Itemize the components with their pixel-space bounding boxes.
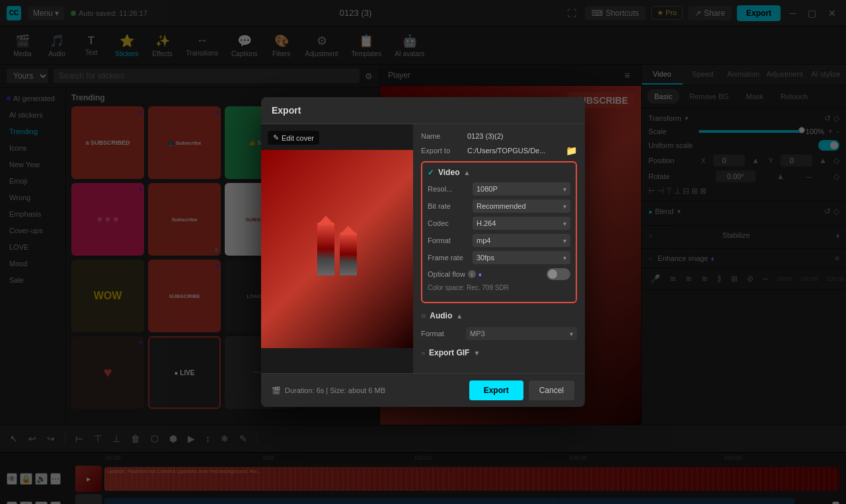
export-to-label: Export to: [421, 147, 467, 155]
audio-format-select[interactable]: MP3 AAC WAV: [466, 327, 577, 340]
format-row: Format mp4 mov avi: [428, 234, 570, 247]
codec-select[interactable]: H.264 H.265 ProRes: [473, 217, 570, 230]
dialog-body: ✎ Edit cover Name 0123 (3)(2) Export to …: [261, 124, 585, 373]
resolution-label: Resol...: [428, 185, 467, 193]
optical-flow-toggle[interactable]: [547, 268, 570, 280]
film-icon: 🎬: [272, 386, 281, 395]
optical-flow-label: Optical flow i ♦: [428, 270, 482, 278]
dialog-header: Export: [261, 97, 585, 124]
folder-browse-button[interactable]: 📁: [566, 145, 577, 156]
edit-cover-button[interactable]: ✎ Edit cover: [268, 131, 319, 145]
codec-select-wrapper: H.264 H.265 ProRes: [473, 217, 570, 230]
optical-flow-row: Optical flow i ♦: [428, 268, 570, 280]
bitrate-label: Bit rate: [428, 202, 467, 210]
video-section-header: ✓ Video ▲: [428, 168, 570, 177]
codec-row: Codec H.264 H.265 ProRes: [428, 217, 570, 230]
color-space-label: Color space: Rec. 709 SDR: [428, 284, 570, 291]
audio-format-select-wrapper: MP3 AAC WAV: [466, 327, 577, 340]
audio-section-arrow[interactable]: ▲: [456, 312, 463, 320]
export-dialog-overlay: Export ✎ Edit cover Nam: [0, 0, 846, 504]
resolution-select-wrapper: 1080P 720P 2K 4K: [473, 182, 570, 196]
framerate-label: Frame rate: [428, 254, 467, 262]
video-section: ✓ Video ▲ Resol... 1080P 720P 2K 4K: [421, 161, 577, 303]
framerate-row: Frame rate 30fps 24fps 25fps 60fps: [428, 251, 570, 264]
export-gif-check-icon: ○: [421, 349, 425, 357]
audio-format-row: Format MP3 AAC WAV: [421, 327, 577, 340]
edit-icon: ✎: [273, 133, 279, 142]
duration-info: 🎬 Duration: 6s | Size: about 6 MB: [272, 386, 385, 395]
format-label: Format: [428, 236, 467, 244]
cancel-button[interactable]: Cancel: [529, 380, 574, 400]
name-row: Name 0123 (3)(2): [421, 132, 577, 140]
duration-text: Duration: 6s | Size: about 6 MB: [285, 386, 385, 394]
format-select[interactable]: mp4 mov avi: [473, 234, 570, 247]
resolution-select[interactable]: 1080P 720P 2K 4K: [473, 182, 570, 196]
preview-lip-1: [317, 223, 334, 275]
resolution-row: Resol... 1080P 720P 2K 4K: [428, 182, 570, 196]
name-label: Name: [421, 132, 467, 140]
video-section-arrow[interactable]: ▲: [463, 169, 470, 176]
export-to-row: Export to C:/Users/TOPGUS/De... 📁: [421, 145, 577, 156]
audio-format-label: Format: [421, 330, 461, 338]
export-gif-header: ○ Export GIF ▼: [421, 345, 577, 360]
name-value: 0123 (3)(2): [467, 132, 577, 140]
bitrate-select-wrapper: Recommended Low High: [473, 199, 570, 213]
audio-section-header: ○ Audio ▲: [421, 308, 577, 323]
export-gif-title: Export GIF: [429, 348, 469, 357]
video-check-icon: ✓: [428, 168, 434, 177]
dialog-buttons: Export Cancel: [469, 380, 574, 400]
framerate-select-wrapper: 30fps 24fps 25fps 60fps: [473, 251, 570, 264]
dialog-settings: Name 0123 (3)(2) Export to C:/Users/TOPG…: [413, 124, 585, 373]
format-select-wrapper: mp4 mov avi: [473, 234, 570, 247]
optical-info-icon: i: [468, 270, 476, 278]
dialog-footer: 🎬 Duration: 6s | Size: about 6 MB Export…: [261, 373, 585, 407]
export-confirm-button[interactable]: Export: [469, 380, 523, 400]
optical-pro-icon: ♦: [479, 271, 482, 278]
audio-check-icon: ○: [421, 311, 426, 320]
bitrate-select[interactable]: Recommended Low High: [473, 199, 570, 213]
export-to-value: C:/Users/TOPGUS/De...: [467, 147, 563, 155]
audio-section: ○ Audio ▲ Format MP3 AAC WAV: [421, 308, 577, 340]
preview-lip-2: [340, 233, 357, 275]
preview-lipstick-wrapper: [317, 223, 357, 275]
bitrate-row: Bit rate Recommended Low High: [428, 199, 570, 213]
preview-image: [261, 150, 413, 348]
export-dialog: Export ✎ Edit cover Nam: [261, 97, 585, 407]
video-section-title: Video: [438, 168, 459, 177]
export-gif-section: ○ Export GIF ▼: [421, 345, 577, 360]
audio-section-title: Audio: [430, 311, 452, 320]
codec-label: Codec: [428, 219, 467, 227]
export-gif-arrow[interactable]: ▼: [473, 349, 480, 357]
framerate-select[interactable]: 30fps 24fps 25fps 60fps: [473, 251, 570, 264]
optical-knob: [548, 270, 557, 279]
dialog-preview: ✎ Edit cover: [261, 124, 413, 373]
